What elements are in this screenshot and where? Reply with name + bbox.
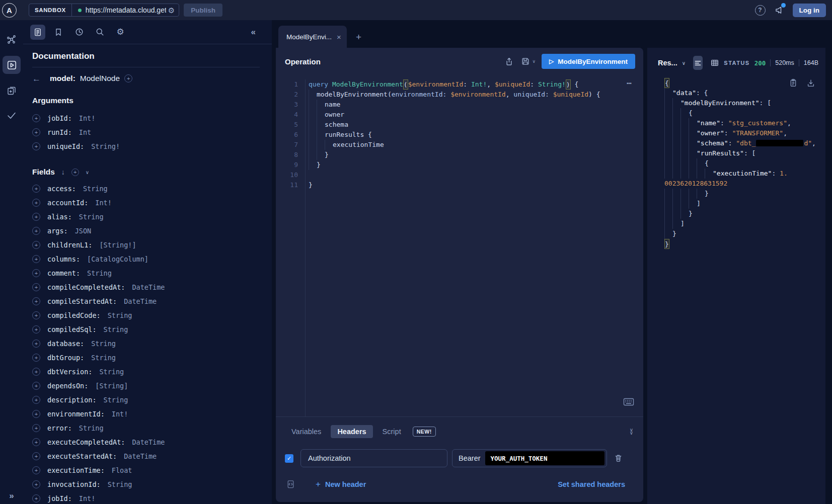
edit-as-json-icon[interactable] <box>286 479 295 489</box>
save-operation-group[interactable]: ∨ <box>521 57 536 66</box>
settings-gear-icon[interactable]: ⚙ <box>113 25 128 40</box>
field-row[interactable]: +compiledSql:String <box>32 322 260 337</box>
code-line[interactable]: schema <box>309 120 600 130</box>
keyboard-shortcuts-icon[interactable] <box>623 398 634 406</box>
add-to-query-plus-icon[interactable]: + <box>32 311 40 319</box>
field-row[interactable]: +environmentId:Int! <box>32 407 260 421</box>
share-operation-icon[interactable] <box>504 57 514 66</box>
argument-row[interactable]: +uniqueId:String! <box>32 139 260 153</box>
delete-header-trash-icon[interactable] <box>614 453 623 463</box>
code-line[interactable]: owner <box>309 110 600 120</box>
header-enabled-checkbox[interactable]: ✓ <box>285 454 293 463</box>
history-icon[interactable] <box>71 25 87 40</box>
code-line[interactable] <box>309 170 600 180</box>
set-shared-headers-link[interactable]: Set shared headers <box>558 480 625 488</box>
code-line[interactable]: } <box>309 150 600 160</box>
field-row[interactable]: +compiledCode:String <box>32 308 260 322</box>
schema-graph-icon[interactable] <box>3 31 21 49</box>
field-row[interactable]: +alias:String <box>32 210 260 224</box>
field-row[interactable]: +compileStartedAt:DateTime <box>32 294 260 308</box>
collapse-panel-icon[interactable]: « <box>251 27 256 37</box>
field-row[interactable]: +args:JSON <box>32 224 260 238</box>
add-to-query-plus-icon[interactable]: + <box>32 354 40 362</box>
add-to-query-plus-icon[interactable]: + <box>32 466 40 474</box>
add-to-query-plus-icon[interactable]: + <box>32 325 40 333</box>
add-to-query-plus-icon[interactable]: + <box>32 494 40 502</box>
endpoint-settings-gear-icon[interactable]: ⚙ <box>168 7 175 14</box>
field-row[interactable]: +compileCompletedAt:DateTime <box>32 280 260 294</box>
field-row[interactable]: +childrenL1:[String!] <box>32 238 260 252</box>
new-tab-icon[interactable]: + <box>356 32 361 43</box>
apollo-logo[interactable]: A <box>2 3 17 18</box>
header-value-input[interactable]: Bearer YOUR_AUTH_TOKEN <box>452 449 607 467</box>
add-to-query-plus-icon[interactable]: + <box>32 213 40 221</box>
add-to-query-plus-icon[interactable]: + <box>32 114 40 122</box>
add-to-query-plus-icon[interactable]: + <box>32 382 40 390</box>
add-to-query-plus-icon[interactable]: + <box>32 396 40 404</box>
bookmarks-icon[interactable] <box>51 25 66 40</box>
field-row[interactable]: +description:String <box>32 393 260 407</box>
add-to-query-plus-icon[interactable]: + <box>32 241 40 249</box>
add-to-query-plus-icon[interactable]: + <box>32 269 40 277</box>
save-dropdown-chevron-icon[interactable]: ∨ <box>532 59 536 64</box>
new-header-button[interactable]: + New header <box>316 479 366 489</box>
add-to-query-plus-icon[interactable]: + <box>32 185 40 193</box>
back-arrow-icon[interactable]: ← <box>32 74 41 83</box>
field-row[interactable]: +jobId:Int! <box>32 491 260 504</box>
announcements-megaphone-icon[interactable] <box>774 5 784 15</box>
argument-row[interactable]: +jobId:Int! <box>32 111 260 125</box>
close-tab-icon[interactable]: × <box>337 33 341 41</box>
tab-headers[interactable]: Headers <box>331 425 372 438</box>
code-line[interactable]: runResults { <box>309 130 600 140</box>
code-line[interactable]: } <box>309 180 600 190</box>
argument-row[interactable]: +runId:Int <box>32 125 260 139</box>
add-to-query-plus-icon[interactable]: + <box>32 283 40 291</box>
add-to-query-plus-icon[interactable]: + <box>32 128 40 136</box>
field-row[interactable]: +executeStartedAt:DateTime <box>32 449 260 463</box>
add-to-query-plus-icon[interactable]: + <box>32 438 40 446</box>
copy-response-icon[interactable] <box>789 78 798 88</box>
explorer-icon[interactable] <box>3 56 21 74</box>
field-row[interactable]: +executionTime:Float <box>32 463 260 477</box>
raw-view-toggle-icon[interactable] <box>693 56 703 70</box>
code-line[interactable]: query ModelByEnvironment($environmentId:… <box>309 79 600 90</box>
add-to-query-plus-icon[interactable]: + <box>32 227 40 235</box>
response-title[interactable]: Res... <box>658 59 677 67</box>
operation-tab[interactable]: ModelByEnvi... × <box>278 26 347 48</box>
documentation-tab-icon[interactable] <box>30 25 45 40</box>
publish-button[interactable]: Publish <box>184 4 222 17</box>
tab-variables[interactable]: Variables <box>285 425 328 438</box>
login-button[interactable]: Log in <box>793 4 826 17</box>
add-field-plus-icon[interactable]: + <box>124 74 132 82</box>
field-row[interactable]: +database:String <box>32 337 260 351</box>
endpoint-url-input[interactable]: https://metadata.cloud.get <box>86 6 166 14</box>
operation-collections-icon[interactable] <box>3 81 21 99</box>
code-line[interactable]: modelByEnvironment(environmentId: $envir… <box>309 90 600 100</box>
field-row[interactable]: +error:String <box>32 421 260 435</box>
field-row[interactable]: +comment:String <box>32 266 260 280</box>
add-to-query-plus-icon[interactable]: + <box>32 452 40 460</box>
add-all-fields-icon[interactable]: + <box>71 169 79 176</box>
run-operation-button[interactable]: ▷ ModelByEnvironment <box>542 54 635 69</box>
auth-token-value[interactable]: YOUR_AUTH_TOKEN <box>485 451 604 465</box>
add-to-query-plus-icon[interactable]: + <box>32 142 40 150</box>
field-row[interactable]: +dependsOn:[String] <box>32 379 260 393</box>
table-view-toggle-icon[interactable] <box>710 56 720 70</box>
expand-rail-icon[interactable]: » <box>0 491 23 501</box>
code-line[interactable]: } <box>309 160 600 170</box>
add-to-query-plus-icon[interactable]: + <box>32 368 40 376</box>
tab-script[interactable]: Script <box>376 425 408 438</box>
checks-icon[interactable] <box>3 106 21 124</box>
search-icon[interactable] <box>92 25 107 40</box>
query-editor[interactable]: 1234567891011 query ModelByEnvironment($… <box>276 75 643 416</box>
field-row[interactable]: +executeCompletedAt:DateTime <box>32 435 260 449</box>
add-to-query-plus-icon[interactable]: + <box>32 340 40 348</box>
add-to-query-plus-icon[interactable]: + <box>32 255 40 263</box>
field-row[interactable]: +columns:[CatalogColumn] <box>32 252 260 266</box>
field-row[interactable]: +invocationId:String <box>32 477 260 491</box>
code-line[interactable]: executionTime <box>309 140 600 150</box>
add-to-query-plus-icon[interactable]: + <box>32 424 40 432</box>
add-to-query-plus-icon[interactable]: + <box>32 199 40 207</box>
field-row[interactable]: +accountId:Int! <box>32 196 260 210</box>
help-icon[interactable]: ? <box>755 5 766 16</box>
